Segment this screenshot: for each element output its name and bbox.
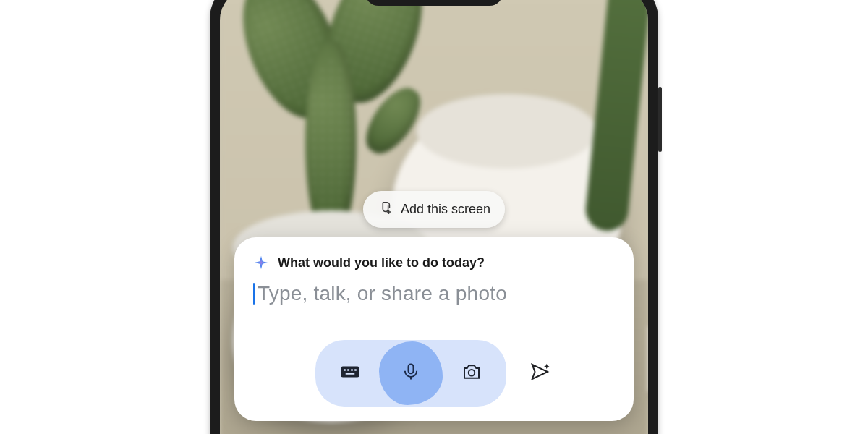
prompt-input[interactable]: Type, talk, or share a photo [253, 282, 615, 305]
svg-rect-1 [344, 369, 346, 371]
prompt-title: What would you like to do today? [278, 255, 485, 271]
attach-plus-icon [378, 200, 393, 219]
keyboard-icon [339, 361, 361, 386]
input-mode-pill [315, 340, 506, 407]
stage: Add this screen What would you like to d… [0, 0, 868, 434]
microphone-icon [401, 362, 421, 385]
input-controls [253, 340, 615, 407]
add-screen-chip[interactable]: Add this screen [363, 191, 505, 228]
add-screen-label: Add this screen [401, 202, 490, 217]
camera-notch [365, 0, 503, 6]
send-button[interactable] [528, 361, 553, 386]
phone-screen: Add this screen What would you like to d… [220, 0, 648, 434]
camera-button[interactable] [460, 362, 483, 385]
keyboard-button[interactable] [339, 362, 362, 385]
microphone-button[interactable] [388, 350, 434, 396]
svg-rect-2 [347, 369, 349, 371]
phone-frame: Add this screen What would you like to d… [210, 0, 658, 434]
svg-rect-0 [341, 367, 359, 378]
send-sparkle-icon [529, 361, 551, 386]
sparkle-icon [253, 255, 269, 271]
svg-rect-4 [354, 369, 357, 371]
assistant-card: What would you like to do today? Type, t… [234, 237, 634, 421]
prompt-placeholder: Type, talk, or share a photo [258, 282, 507, 305]
svg-rect-5 [346, 373, 355, 375]
text-caret [253, 283, 255, 305]
svg-point-7 [469, 370, 475, 376]
svg-rect-3 [351, 369, 353, 371]
camera-icon [461, 361, 482, 386]
card-header: What would you like to do today? [253, 255, 615, 271]
svg-rect-6 [409, 365, 414, 374]
